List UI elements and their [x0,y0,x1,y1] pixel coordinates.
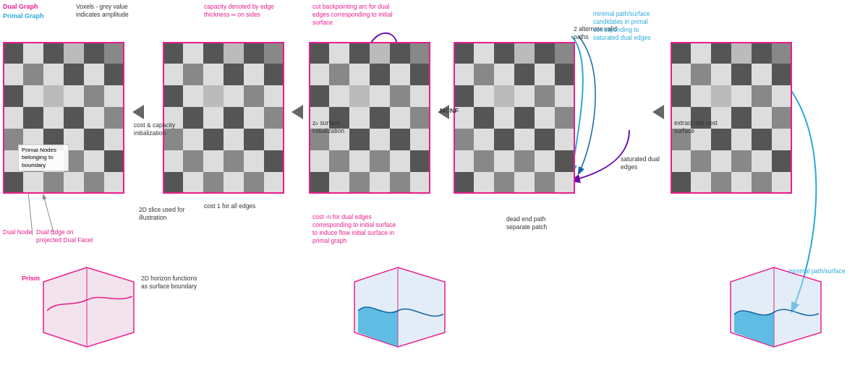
svg-marker-268 [43,267,134,347]
mcnf-label: MCNF [440,107,459,114]
dead-end-label: dead end path separate patch [506,215,564,231]
svg-marker-272 [731,267,821,347]
main-diagram: -n -n -n -n [0,0,868,391]
dual-edge-label: Dual Edge on projected Dual Facet [36,228,94,244]
voxels-desc-label: Voxels - grey value indicates amplitude [76,3,148,19]
z0-init-label: z₀ surface initialization [312,119,359,135]
grid5-bg [671,42,792,194]
grid3-bg [309,42,430,194]
cost1-label: cost 1 for all edges [204,202,255,210]
grid2-bg [163,42,284,194]
slice-desc-label: 2D slice used for illustration [139,206,186,222]
horizon-desc-label: 2D horizon functions as surface boundary [141,275,199,291]
svg-marker-61 [132,105,144,119]
svg-marker-111 [292,105,303,119]
primal-nodes-callout: Primal Nodes belonging to boundary [18,145,69,171]
dual-node-label: Dual Node [3,228,32,236]
svg-marker-218 [652,105,664,119]
extract-min-label: extract min cost surface [674,119,721,135]
cost-n-desc-label: cost -n for dual edges corresponding to … [312,213,399,245]
cost-capacity-label: cost & capacity initialization [134,121,177,137]
saturated-dual-label: saturated dual edges [621,155,671,171]
svg-marker-270 [354,267,445,347]
cut-desc-label: cut backpointing arc for dual edges corr… [312,3,407,27]
dual-graph-label: Dual Graph [3,3,38,10]
minimal-path-label: minimal path/surface [788,267,854,275]
grid4-bg [454,42,575,194]
primal-graph-label: Primal Graph [3,12,44,20]
prism-label1: Prism [22,275,40,282]
capacity-desc-label: capacity denoted by edge thickness ∞ on … [204,3,276,19]
minimal-candidates-label: minimal path/surface candidates in prima… [593,10,665,42]
